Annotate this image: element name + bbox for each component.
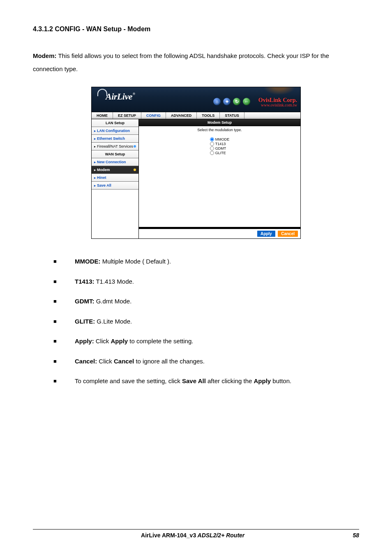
sidebar-item-label: New Connection: [97, 160, 126, 164]
router-tabs: HOMEEZ SETUPCONFIGADVANCEDTOOLSSTATUS: [92, 112, 300, 119]
sidebar-item-label: LAN Configuration: [97, 129, 130, 133]
main-panel-subtext: Select the modulation type.: [139, 126, 300, 134]
tab-status[interactable]: STATUS: [220, 112, 244, 119]
sidebar-item-label: Hinet: [97, 176, 106, 180]
intro-text: This field allows you to select from the…: [33, 52, 329, 72]
router-sidebar: LAN Setup▸LAN Configuration▸Ethernet Swi…: [92, 119, 139, 238]
intro-label: Modem:: [33, 52, 57, 59]
sidebar-item-new-connection[interactable]: ▸New Connection: [92, 158, 138, 166]
sidebar-item-label: LAN Setup: [106, 121, 125, 125]
radio-gdmt[interactable]: [210, 146, 214, 150]
status-dot-icon: [134, 145, 136, 148]
router-main: Modem Setup Select the modulation type. …: [139, 119, 300, 238]
arrow-icon: ▸: [94, 168, 96, 172]
sidebar-item-wan-setup: WAN Setup: [92, 150, 138, 158]
sidebar-item-label: WAN Setup: [105, 152, 125, 156]
sidebar-item-lan-configuration[interactable]: ▸LAN Configuration: [92, 127, 138, 135]
list-item: GDMT: G.dmt Mode.: [53, 297, 359, 306]
sidebar-item-hinet[interactable]: ▸Hinet: [92, 174, 138, 182]
radio-t1413[interactable]: [210, 142, 214, 146]
bullet-term: Apply:: [75, 338, 94, 345]
list-item: Cancel: Click Cancel to ignore all the c…: [53, 357, 359, 366]
option-row-mmode: MMODE: [210, 137, 230, 141]
corp-block: OvisLink Corp. www.ovislink.com.tw: [258, 97, 297, 107]
page-footer: AirLive ARM-104_v3 ADSL2/2+ Router 58: [33, 529, 359, 539]
option-label: GLITE: [215, 151, 226, 155]
main-fill: [139, 159, 300, 227]
sidebar-item-label: Firewall/NAT Services: [97, 144, 133, 148]
sidebar-item-firewall-nat-services[interactable]: ▸Firewall/NAT Services: [92, 143, 138, 150]
sidebar-item-modem[interactable]: ▸Modem: [92, 166, 138, 174]
bullet-bold: Save All: [182, 377, 206, 384]
description-list: MMODE: Multiple Mode ( Default ).T1413: …: [53, 257, 359, 386]
banner-icon-refresh[interactable]: ↻: [233, 98, 240, 105]
sidebar-item-label: Modem: [97, 168, 110, 172]
cancel-button[interactable]: Cancel: [278, 231, 298, 237]
tabs-spacer: [244, 112, 300, 119]
list-item: To complete and save the setting, click …: [53, 377, 359, 386]
radio-glite[interactable]: [210, 151, 214, 155]
apply-button[interactable]: Apply: [257, 231, 275, 237]
status-dot-icon: [134, 169, 136, 171]
arrow-icon: ▸: [94, 129, 96, 133]
intro-paragraph: Modem: This field allows you to select f…: [33, 49, 359, 75]
sidebar-fill: [92, 190, 138, 238]
bullet-bold: Apply: [111, 338, 128, 345]
router-logo: AirLive®: [97, 91, 134, 102]
list-item: MMODE: Multiple Mode ( Default ).: [53, 257, 359, 266]
arrow-icon: ▸: [94, 184, 96, 187]
arrow-icon: ▸: [94, 176, 96, 180]
modulation-options: MMODET1413GDMTGLITE: [210, 137, 230, 155]
button-row: Apply Cancel: [139, 229, 300, 238]
router-ui-screenshot: AirLive® ⌂ ✦ ↻ ← OvisLink Corp. www.ovis…: [91, 87, 301, 239]
sidebar-item-label: Save All: [97, 183, 111, 187]
option-row-t1413: T1413: [210, 142, 230, 146]
footer-model: ADSL2/2+ Router: [196, 532, 244, 539]
list-item: T1413: T1.413 Mode.: [53, 277, 359, 287]
bullet-term: MMODE:: [75, 258, 101, 265]
bullet-bold: Cancel: [114, 358, 134, 365]
option-label: T1413: [215, 142, 226, 146]
arrow-icon: ▸: [94, 160, 96, 164]
bullet-term: Cancel:: [75, 358, 97, 365]
router-body: LAN Setup▸LAN Configuration▸Ethernet Swi…: [92, 119, 300, 238]
logo-arc-icon: [97, 89, 107, 96]
tab-ez-setup[interactable]: EZ SETUP: [113, 112, 141, 119]
banner-graphic: [261, 87, 298, 96]
section-heading: 4.3.1.2 CONFIG - WAN Setup - Modem: [33, 25, 359, 33]
sidebar-item-lan-setup: LAN Setup: [92, 119, 138, 127]
corp-url: www.ovislink.com.tw: [258, 103, 297, 107]
bullet-bold: Apply: [254, 377, 271, 384]
list-item: GLITE: G.Lite Mode.: [53, 317, 359, 326]
tab-tools[interactable]: TOOLS: [197, 112, 220, 119]
bullet-term: T1413:: [75, 278, 95, 285]
radio-mmode[interactable]: [210, 137, 214, 141]
tab-home[interactable]: HOME: [92, 112, 113, 119]
banner-icon-globe[interactable]: ✦: [223, 98, 231, 105]
sidebar-item-save-all[interactable]: ▸Save All: [92, 182, 138, 190]
option-label: MMODE: [215, 137, 230, 141]
footer-page-number: 58: [353, 532, 359, 539]
logo-text: AirLive®: [106, 91, 134, 102]
banner-icon-back[interactable]: ←: [243, 98, 250, 105]
option-label: GDMT: [215, 146, 226, 150]
tab-config[interactable]: CONFIG: [141, 112, 166, 119]
router-banner: AirLive® ⌂ ✦ ↻ ← OvisLink Corp. www.ovis…: [92, 87, 300, 112]
bullet-term: GDMT:: [75, 298, 95, 305]
sidebar-item-ethernet-switch[interactable]: ▸Ethernet Switch: [92, 135, 138, 143]
banner-icon-home[interactable]: ⌂: [213, 98, 221, 105]
bullet-term: GLITE:: [75, 318, 95, 325]
arrow-icon: ▸: [94, 137, 96, 141]
footer-product: AirLive ARM-104_v3 ADSL2/2+ Router: [33, 532, 353, 539]
main-panel-header: Modem Setup: [139, 119, 300, 126]
banner-icon-row: ⌂ ✦ ↻ ←: [213, 98, 250, 105]
list-item: Apply: Click Apply to complete the setti…: [53, 337, 359, 346]
arrow-icon: ▸: [94, 145, 96, 148]
option-row-gdmt: GDMT: [210, 146, 230, 150]
tab-advanced[interactable]: ADVANCED: [166, 112, 197, 119]
option-row-glite: GLITE: [210, 151, 230, 155]
sidebar-item-label: Ethernet Switch: [97, 136, 125, 141]
footer-brand: AirLive ARM-104_v3: [141, 532, 196, 539]
